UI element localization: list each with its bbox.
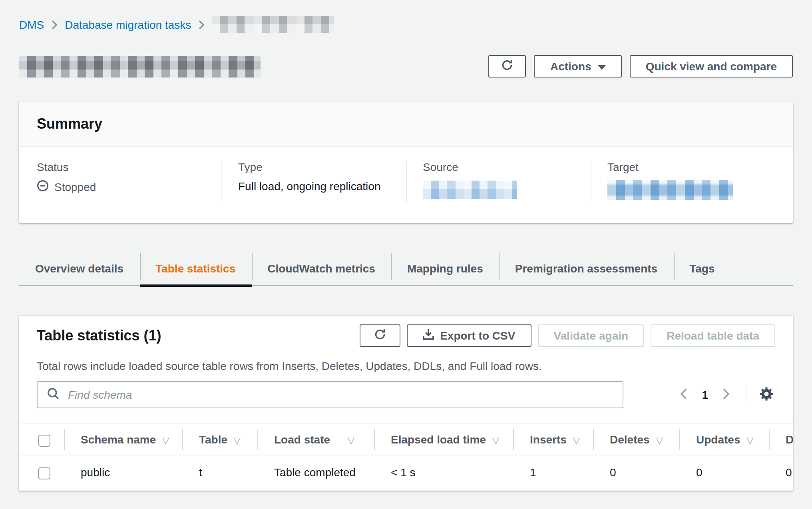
cell-updates: 0	[679, 455, 769, 491]
type-label: Type	[238, 161, 406, 173]
column-header-inserts[interactable]: Inserts▽	[513, 424, 593, 455]
select-all-checkbox[interactable]	[38, 435, 50, 447]
column-header-schema-name[interactable]: Schema name▽	[64, 424, 182, 455]
target-value-redacted[interactable]	[607, 180, 733, 200]
source-value-redacted[interactable]	[423, 181, 517, 199]
table-toolbar: 1	[19, 381, 793, 408]
summary-title: Summary	[37, 116, 102, 132]
table-refresh-button[interactable]	[359, 324, 400, 347]
tab-premigration-assessments[interactable]: Premigration assessments	[499, 251, 673, 285]
summary-field-status: Status Stopped	[37, 161, 221, 202]
dms-task-page: DMS Database migration tasks	[0, 0, 812, 509]
chevron-right-icon	[722, 388, 730, 402]
refresh-icon	[374, 328, 386, 343]
tab-label: Premigration assessments	[515, 262, 657, 274]
summary-card: Summary Status Stopped Type	[19, 101, 793, 223]
column-header-ddls[interactable]: DDLs	[769, 424, 793, 455]
settings-gear-icon	[759, 386, 774, 403]
column-header-elapsed-load-time[interactable]: Elapsed load time▽	[374, 424, 513, 455]
cell-inserts: 1	[513, 455, 593, 491]
summary-header: Summary	[19, 101, 793, 147]
summary-field-type: Type Full load, ongoing replication	[221, 161, 406, 202]
tab-overview-details[interactable]: Overview details	[19, 251, 139, 285]
search-icon	[47, 388, 59, 402]
sort-icon[interactable]: ▽	[234, 436, 241, 446]
tab-tags[interactable]: Tags	[673, 251, 730, 285]
sort-icon[interactable]: ▽	[162, 436, 169, 446]
tab-label: CloudWatch metrics	[267, 262, 375, 274]
column-header-updates[interactable]: Updates▽	[679, 424, 769, 455]
type-value: Full load, ongoing replication	[238, 180, 380, 193]
table-statistics-description: Total rows include loaded source table r…	[19, 360, 793, 372]
validate-again-button[interactable]: Validate again	[537, 324, 644, 347]
reload-table-data-button[interactable]: Reload table data	[651, 324, 775, 347]
tab-label: Table statistics	[155, 262, 235, 274]
sort-icon[interactable]: ▽	[656, 436, 663, 446]
breadcrumb-current-redacted	[212, 16, 334, 33]
tab-bar: Overview details Table statistics CloudW…	[19, 251, 793, 286]
stopped-icon	[37, 180, 49, 194]
next-page-button[interactable]	[718, 385, 734, 405]
table-statistics-card: Table statistics (1)	[19, 316, 793, 490]
tab-label: Mapping rules	[407, 262, 483, 274]
caret-down-icon	[598, 60, 606, 73]
tab-mapping-rules[interactable]: Mapping rules	[391, 251, 499, 285]
tab-cloudwatch-metrics[interactable]: CloudWatch metrics	[251, 251, 391, 285]
column-header-load-state[interactable]: Load state▽	[257, 424, 374, 455]
refresh-button[interactable]	[489, 55, 526, 78]
page-header: Actions Quick view and compare	[19, 55, 793, 78]
current-page-number: 1	[695, 388, 714, 401]
export-to-csv-label: Export to CSV	[440, 329, 515, 342]
column-header-deletes[interactable]: Deletes▽	[593, 424, 679, 455]
table-statistics-title: Table statistics (1)	[37, 324, 161, 347]
previous-page-button[interactable]	[675, 385, 692, 405]
export-to-csv-button[interactable]: Export to CSV	[406, 324, 531, 347]
table-statistics-actions: Export to CSV Validate again Reload tabl…	[359, 324, 775, 347]
tab-table-statistics[interactable]: Table statistics	[139, 251, 251, 285]
table-statistics-table: Schema name▽ Table▽ Load state▽ Elapsed …	[19, 424, 793, 490]
summary-body: Status Stopped Type Full load, ongoing r…	[19, 147, 793, 223]
reload-table-data-label: Reload table data	[667, 329, 759, 342]
table-row: public t Table completed < 1 s 1 0 0 0	[19, 455, 793, 491]
cell-deletes: 0	[593, 455, 679, 491]
header-actions: Actions Quick view and compare	[489, 55, 793, 78]
table-settings-button[interactable]	[758, 385, 775, 405]
cell-schema-name: public	[64, 455, 182, 491]
chevron-left-icon	[680, 388, 687, 402]
tab-label: Tags	[689, 262, 714, 274]
summary-field-target: Target	[591, 161, 775, 202]
quick-view-and-compare-button[interactable]: Quick view and compare	[630, 55, 793, 78]
status-value: Stopped	[54, 181, 96, 193]
target-label: Target	[607, 161, 775, 173]
refresh-icon	[502, 59, 513, 74]
sort-icon[interactable]: ▽	[348, 436, 354, 446]
cell-elapsed-load-time: < 1 s	[374, 455, 513, 491]
breadcrumb-link-dms[interactable]: DMS	[19, 18, 44, 31]
cell-load-state: Table completed	[257, 455, 374, 491]
breadcrumb-chevron-icon	[51, 20, 58, 29]
pagination-divider	[746, 384, 746, 405]
sort-icon[interactable]: ▽	[492, 436, 499, 446]
breadcrumb-chevron-icon	[198, 20, 205, 29]
sort-icon[interactable]: ▽	[573, 436, 580, 446]
actions-button-label: Actions	[550, 60, 591, 73]
download-icon	[422, 328, 434, 343]
page-title-redacted	[19, 56, 261, 77]
row-checkbox[interactable]	[38, 467, 50, 479]
summary-field-source: Source	[406, 161, 591, 202]
column-header-table[interactable]: Table▽	[182, 424, 257, 455]
breadcrumb-link-tasks[interactable]: Database migration tasks	[65, 18, 191, 31]
table-header-row: Schema name▽ Table▽ Load state▽ Elapsed …	[19, 424, 793, 455]
quick-view-label: Quick view and compare	[646, 60, 777, 73]
actions-button[interactable]: Actions	[534, 55, 622, 78]
tab-label: Overview details	[35, 262, 123, 274]
breadcrumb: DMS Database migration tasks	[19, 0, 793, 33]
sort-icon[interactable]: ▽	[746, 436, 753, 446]
cell-table: t	[182, 455, 257, 491]
schema-search-box	[37, 381, 623, 408]
status-label: Status	[37, 161, 221, 173]
search-input[interactable]	[66, 381, 623, 408]
source-label: Source	[423, 161, 591, 173]
pagination: 1	[675, 384, 775, 405]
cell-ddls: 0	[769, 455, 793, 491]
